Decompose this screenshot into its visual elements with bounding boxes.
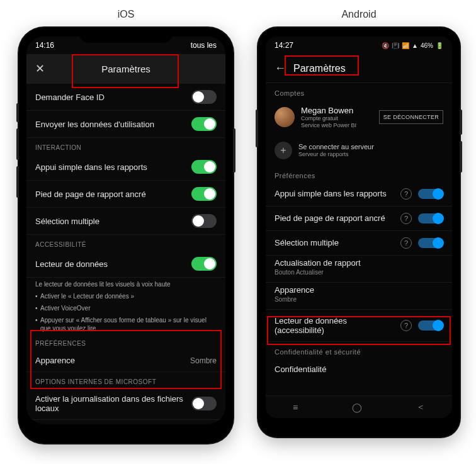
toggle-single-tap[interactable]	[418, 189, 443, 199]
vibrate-icon: 📳	[392, 42, 399, 49]
setting-docked-footer[interactable]: Pied de page de rapport ancré	[26, 181, 225, 208]
signout-button[interactable]: SE DÉCONNECTER	[379, 110, 443, 124]
section-preferences: Préférences	[266, 166, 452, 182]
data-reader-step1: Activer le « Lecteur de données »	[26, 290, 225, 302]
nav-recent-icon[interactable]: ≡	[293, 402, 298, 412]
toggle-data-reader[interactable]	[191, 257, 217, 271]
status-time: 14:27	[275, 41, 293, 50]
back-arrow-icon[interactable]: ←	[275, 62, 288, 75]
connect-server-row[interactable]: + Se connecter au serveur Serveur de rap…	[266, 135, 452, 166]
setting-single-tap[interactable]: Appui simple dans les rapports	[26, 154, 225, 181]
android-status-bar: 14:27 🔇 📳 📶 ▲ 46% 🔋	[266, 37, 452, 54]
page-title: Paramètres	[50, 64, 201, 74]
toggle-faceid[interactable]	[191, 90, 217, 104]
account-row[interactable]: Megan Bowen Compte gratuit Service web P…	[266, 99, 452, 135]
data-reader-step3: Appuyer sur « Afficher sous forme de tab…	[26, 314, 225, 334]
toggle-usage[interactable]	[191, 117, 217, 131]
help-icon[interactable]: ?	[400, 188, 412, 200]
connect-title: Se connecter au serveur	[298, 143, 443, 151]
setting-data-reader[interactable]: Lecteur de données	[26, 251, 225, 278]
setting-require-faceid[interactable]: Demander Face ID	[26, 84, 225, 111]
help-icon[interactable]: ?	[400, 237, 412, 249]
status-text: tous les	[191, 41, 217, 50]
android-navbar: ← Paramètres	[266, 54, 452, 83]
toggle-multi-select[interactable]	[191, 214, 217, 228]
ios-navbar: ✕ Paramètres	[26, 54, 225, 84]
setting-docked-footer[interactable]: Pied de page de rapport ancré ?	[266, 207, 452, 231]
section-preferences: PRÉFÉRENCES	[26, 334, 225, 349]
section-interaction: INTERACTION	[26, 138, 225, 154]
setting-multi-select[interactable]: Sélection multiple	[26, 208, 225, 235]
account-service: Service web Power BI	[301, 122, 373, 129]
nav-home-icon[interactable]: ◯	[352, 402, 362, 412]
battery-icon: 🔋	[436, 42, 443, 49]
signal-icon: ▲	[412, 42, 418, 49]
account-name: Megan Bowen	[301, 106, 373, 115]
platform-label-android: Android	[341, 9, 376, 20]
setting-report-refresh[interactable]: Actualisation de rapport Bouton Actualis…	[266, 256, 452, 283]
close-icon[interactable]: ✕	[35, 62, 50, 76]
toggle-data-reader[interactable]	[418, 320, 443, 331]
page-title: Paramètres	[293, 63, 346, 74]
toggle-docked-footer[interactable]	[191, 187, 217, 201]
appearance-value: Sombre	[190, 356, 217, 365]
android-phone-frame: 14:27 🔇 📳 📶 ▲ 46% 🔋 ← Paramètres Com	[258, 28, 460, 437]
setting-appearance[interactable]: Apparence Sombre	[26, 349, 225, 372]
setting-single-tap[interactable]: Appui simple dans les rapports ?	[266, 182, 452, 207]
help-icon[interactable]: ?	[400, 320, 412, 331]
setting-data-reader[interactable]: Lecteur de données (accessibilité) ?	[266, 310, 452, 342]
data-reader-step2: Activer VoiceOver	[26, 302, 225, 314]
toggle-docked-footer[interactable]	[418, 213, 443, 224]
mute-icon: 🔇	[382, 42, 389, 49]
section-accounts: Comptes	[266, 83, 452, 99]
connect-sub: Serveur de rapports	[298, 151, 443, 158]
setting-send-diagnostics[interactable]: Envoyer les informations de diagnostic	[26, 420, 225, 424]
wifi-icon: 📶	[402, 42, 409, 49]
toggle-multi-select[interactable]	[418, 238, 443, 248]
setting-multi-select[interactable]: Sélection multiple ?	[266, 231, 452, 256]
platform-label-ios: iOS	[118, 9, 135, 20]
status-time: 14:16	[35, 41, 54, 50]
section-privacy: Confidentialité et sécurité	[266, 342, 452, 358]
section-accessibility: ACCESSIBILITÉ	[26, 235, 225, 251]
plus-icon: +	[275, 142, 292, 159]
setting-privacy[interactable]: Confidentialité	[266, 358, 452, 380]
nav-back-icon[interactable]: ＜	[416, 402, 425, 413]
data-reader-desc: Le lecteur de données lit les visuels à …	[26, 278, 225, 290]
setting-appearance[interactable]: Apparence Sombre	[266, 283, 452, 310]
avatar	[275, 107, 295, 127]
android-nav-bar: ≡ ◯ ＜	[266, 395, 452, 418]
status-icons: 🔇 📳 📶 ▲ 46% 🔋	[382, 42, 443, 49]
setting-send-usage[interactable]: Envoyer les données d'utilisation	[26, 111, 225, 138]
ios-phone-frame: 14:16 tous les ✕ Paramètres Demander Fac…	[19, 28, 233, 443]
setting-file-logging[interactable]: Activer la journalisation dans des fichi…	[26, 388, 225, 420]
account-type: Compte gratuit	[301, 115, 373, 122]
toggle-single-tap[interactable]	[191, 160, 217, 174]
battery-text: 46%	[421, 42, 433, 49]
section-internal: OPTIONS INTERNES DE MICROSOFT	[26, 372, 225, 388]
help-icon[interactable]: ?	[400, 213, 412, 224]
toggle-file-logging[interactable]	[191, 397, 217, 410]
